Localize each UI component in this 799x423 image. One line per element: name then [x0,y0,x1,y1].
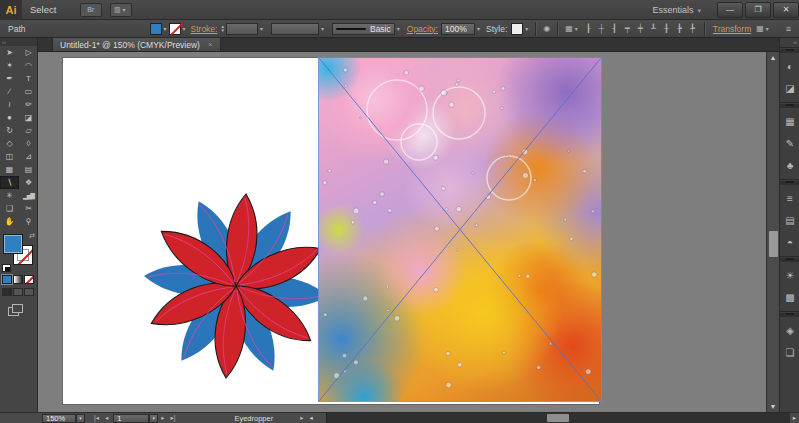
width-profile-field[interactable] [271,23,319,35]
vertical-scroll-track[interactable] [767,63,779,401]
status-popup-icon[interactable]: ▸ [297,414,306,422]
screen-mode-icon[interactable] [8,304,22,314]
fill-color-swatch[interactable] [150,23,162,35]
distribute-vertical-top-icon[interactable]: ╂ [660,24,673,33]
restore-button[interactable]: ❐ [745,2,771,18]
horizontal-scroll-thumb[interactable] [547,414,569,422]
workspace-switcher[interactable]: Essentials▾ [652,5,701,15]
draw-inside-button[interactable] [24,288,34,296]
gradient-tool[interactable]: ▤ [19,163,38,176]
style-swatch[interactable] [511,23,523,35]
distribute-horizontal-center-icon[interactable]: ╊ [673,24,686,33]
brush-definition-field[interactable]: Basic [332,23,395,35]
panel-transparency-button[interactable]: ◓ [780,231,799,253]
artboard[interactable] [62,57,600,405]
close-button[interactable]: ✕ [773,2,799,18]
arrange-documents-icon[interactable]: ▥▾ [110,3,132,17]
stroke-color-swatch[interactable] [169,23,181,35]
column-graph-tool[interactable]: ▂▅▇ [19,189,38,202]
magic-wand-tool[interactable]: ✶ [0,59,19,72]
panel-color-guide-button[interactable]: ◪ [780,77,799,99]
panel-color-button[interactable]: ◐ [780,55,799,77]
mesh-tool[interactable]: ▦ [0,163,19,176]
draw-normal-button[interactable] [2,288,12,296]
align-vertical-center-icon[interactable]: ┿ [634,24,647,33]
canvas-pasteboard[interactable] [38,52,766,412]
dock-collapse-icon[interactable]: ‹‹ [780,38,799,47]
vertical-scroll-thumb[interactable] [769,231,778,257]
rotate-tool[interactable]: ↻ [0,124,19,137]
artboard-tool[interactable]: ❏ [0,202,19,215]
first-artboard-icon[interactable]: |◂ [91,414,102,422]
width-tool[interactable]: ◇ [0,137,19,150]
swap-fill-stroke-icon[interactable]: ⇄ [29,232,35,240]
hand-tool[interactable]: ✋ [0,215,19,228]
scroll-up-icon[interactable]: ▲ [770,52,777,63]
draw-behind-button[interactable] [13,288,23,296]
brush-dropdown-icon[interactable]: ▾ [395,25,402,32]
prev-artboard-icon[interactable]: ◂ [102,414,111,422]
placed-image[interactable] [319,58,601,401]
slice-tool[interactable]: ✂ [19,202,38,215]
opacity-field[interactable]: 100% [441,23,475,35]
zoom-level-field[interactable]: 150% [42,414,76,423]
scale-tool[interactable]: ▱ [19,124,38,137]
rectangle-tool[interactable]: ▭ [19,85,38,98]
symbol-sprayer-tool[interactable]: ✳ [0,189,19,202]
eraser-tool[interactable]: ◪ [19,111,38,124]
stroke-dropdown-icon[interactable]: ▾ [181,25,188,32]
selection-tool[interactable]: ➤ [0,46,19,59]
last-artboard-icon[interactable]: ▸| [167,414,178,422]
width-profile-dropdown-icon[interactable]: ▾ [319,25,326,32]
style-dropdown-icon[interactable]: ▾ [523,25,530,32]
fill-dropdown-icon[interactable]: ▾ [162,25,169,32]
panel-brushes-button[interactable]: ✎ [780,132,799,154]
eyedropper-tool[interactable]: ∖ [0,176,19,189]
align-horizontal-right-icon[interactable]: ┨ [608,24,621,33]
recolor-artwork-icon[interactable]: ◉ [541,24,552,33]
vertical-scrollbar[interactable]: ▲ ▼ [766,52,779,412]
opacity-dropdown-icon[interactable]: ▾ [475,25,482,32]
align-to-dropdown-icon[interactable]: ▦▾ [563,24,582,33]
gradient-button[interactable] [13,275,23,284]
dock-grip[interactable] [780,181,799,185]
zoom-tool[interactable]: ⚲ [19,215,38,228]
menu-select[interactable]: Select [22,0,72,20]
scroll-right-icon[interactable]: ▸ [790,414,799,422]
type-tool[interactable]: T [19,72,38,85]
fill-proxy-swatch[interactable] [3,234,23,254]
blob-brush-tool[interactable]: ● [0,111,19,124]
scroll-left-icon[interactable]: ◂ [306,414,315,422]
shape-builder-tool[interactable]: ◫ [0,150,19,163]
panel-stroke-button[interactable]: ≡ [780,187,799,209]
next-artboard-icon[interactable]: ▸ [158,414,167,422]
default-fill-stroke-icon[interactable] [2,264,11,272]
stroke-weight-dropdown-icon[interactable]: ▾ [258,25,265,32]
stroke-weight-field[interactable] [226,23,258,35]
color-button[interactable] [2,275,12,284]
panel-artboards-button[interactable]: ❏ [780,341,799,363]
direct-selection-tool[interactable]: ▷ [19,46,38,59]
transform-link[interactable]: Transform [713,24,751,34]
minimize-button[interactable]: — [717,2,743,18]
free-transform-tool[interactable]: ◊ [19,137,38,150]
flower-artwork[interactable] [126,176,346,396]
align-horizontal-left-icon[interactable]: ┠ [582,24,595,33]
panel-symbols-button[interactable]: ♣ [780,154,799,176]
align-horizontal-center-icon[interactable]: ┼ [595,24,608,33]
artboard-number-field[interactable]: 1 [113,414,149,423]
opacity-link[interactable]: Opacity: [407,24,438,34]
dock-grip[interactable] [780,104,799,108]
panel-graphic-styles-button[interactable]: ▩ [780,286,799,308]
stroke-link[interactable]: Stroke: [191,24,218,34]
panel-layers-button[interactable]: ◈ [780,319,799,341]
pen-tool[interactable]: ✒ [0,72,19,85]
blend-tool[interactable]: ❖ [19,176,38,189]
control-panel-menu-icon[interactable]: ≡ [786,24,791,34]
perspective-grid-tool[interactable]: ⊿ [19,150,38,163]
dock-grip[interactable] [780,313,799,317]
none-button[interactable] [24,275,34,284]
line-segment-tool[interactable]: ∕ [0,85,19,98]
bridge-icon[interactable]: Br [80,3,102,17]
transform-panel-icon[interactable]: ▦▾ [754,24,773,33]
